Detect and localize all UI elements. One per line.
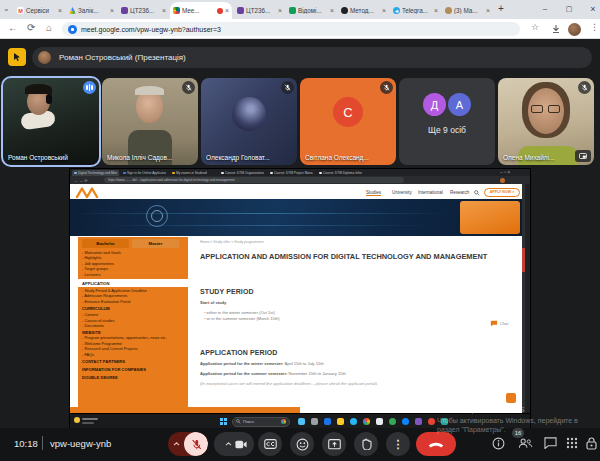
chrome-icon xyxy=(363,418,370,425)
tab-close-icon[interactable]: × xyxy=(225,7,229,14)
task-view-icon xyxy=(298,418,305,425)
site-apply-now-button: APPLY NOW > xyxy=(484,188,520,197)
browser-tab[interactable]: (3) Ма...× xyxy=(442,2,493,19)
recording-indicator-icon xyxy=(217,8,223,14)
gmail-icon: M xyxy=(17,7,24,14)
site-nav-research: Research xyxy=(450,190,469,195)
glasses-icon xyxy=(548,105,560,113)
end-call-button[interactable] xyxy=(416,432,456,456)
shared-webpage: Studies University International Researc… xyxy=(70,184,522,413)
tab-close-icon[interactable]: × xyxy=(58,7,62,14)
whatsapp-icon xyxy=(389,418,396,425)
window-minimize-button[interactable]: – xyxy=(534,0,556,18)
mic-off-button[interactable] xyxy=(184,432,208,456)
browser-tab[interactable]: ◄Telegra...× xyxy=(390,2,441,19)
camera-button-group[interactable] xyxy=(214,432,254,456)
site-breadcrumb: Home > Study offer > Study programmes xyxy=(200,240,264,244)
browser-tab[interactable]: ЦТ236...× xyxy=(118,2,169,19)
taskbar-app-icon xyxy=(415,418,422,425)
site-search-icon xyxy=(474,190,480,196)
mic-off-icon xyxy=(578,81,591,94)
window-maximize-button[interactable]: ▢ xyxy=(558,0,580,18)
hero-orange-panel xyxy=(460,201,520,234)
video-tile-svitlana[interactable]: C Світлана Олександ... xyxy=(300,78,396,165)
pip-button[interactable] xyxy=(575,150,591,162)
browser-tab[interactable]: ЦТ236...× xyxy=(234,2,285,19)
tab-close-icon[interactable]: × xyxy=(382,7,386,14)
taskbar-app-icon xyxy=(428,418,435,425)
present-screen-button[interactable] xyxy=(322,432,346,456)
back-button[interactable]: ← xyxy=(8,22,18,33)
raise-hand-button[interactable] xyxy=(354,432,378,456)
browser-tab-active[interactable]: Мее...× xyxy=(170,2,232,19)
mic-button-group[interactable] xyxy=(168,432,208,456)
reload-button[interactable]: ⟳ xyxy=(27,22,35,33)
clock: 10:18 xyxy=(14,438,38,449)
video-tile-more-people[interactable]: Д А Ще 9 осіб xyxy=(399,78,495,165)
sidebar-tab-bachelor: Bachelor xyxy=(82,239,129,248)
meeting-details-button[interactable] xyxy=(492,437,505,450)
people-button[interactable] xyxy=(518,437,533,449)
tab-close-icon[interactable]: × xyxy=(162,7,166,14)
shared-profile-avatar xyxy=(500,178,505,183)
bookmark-star-icon[interactable]: ☆ xyxy=(531,22,539,32)
address-bar[interactable]: meet.google.com/vpw-uegw-ynb?authuser=3 xyxy=(62,22,520,36)
video-tile-olena[interactable]: Олена Михайлі... xyxy=(498,78,594,165)
video-tile-oleksandr[interactable]: Олександр Головат... xyxy=(201,78,297,165)
glasses-icon xyxy=(531,105,543,113)
shared-scrollbar-thumb xyxy=(522,248,525,272)
presenter-avatar xyxy=(38,51,51,64)
lock-icon xyxy=(586,437,597,450)
video-tile-roman[interactable]: Роман Островський xyxy=(3,78,99,165)
tab-close-icon[interactable]: × xyxy=(434,7,438,14)
annotation-tool-icon[interactable] xyxy=(8,48,26,66)
participant-name: Олександр Головат... xyxy=(206,154,270,161)
sidebar-item-application-active: APPLICATION xyxy=(78,279,188,287)
site-nav-international: International xyxy=(418,190,443,195)
browser-tab[interactable]: MСервіси× xyxy=(14,2,65,19)
url-text: meet.google.com/vpw-uegw-ynb?authuser=3 xyxy=(81,26,221,33)
captions-button[interactable] xyxy=(258,432,282,456)
mic-off-icon xyxy=(281,81,294,94)
new-tab-button[interactable]: + xyxy=(498,3,504,14)
site-nav-studies: Studies xyxy=(366,190,381,196)
telegram-icon xyxy=(350,418,357,425)
taskbar-app-icon xyxy=(311,418,318,425)
chat-button[interactable] xyxy=(544,437,557,449)
study-period-bullet: or in the summer semester (March 15th) xyxy=(204,316,280,321)
apps-grid-icon xyxy=(566,437,578,449)
download-icon[interactable] xyxy=(551,24,561,34)
browser-tab[interactable]: Метод...× xyxy=(338,2,389,19)
meet-app: Роман Островський (Презентація) Роман Ос… xyxy=(0,39,600,461)
search-highlight-icon xyxy=(281,419,286,424)
taskbar-app-icon xyxy=(376,418,383,425)
tab-close-icon[interactable]: × xyxy=(278,7,282,14)
video-tile-mykola[interactable]: Микола Ілліч Садов... xyxy=(102,78,198,165)
browser-tab-bar: ⌄ MСервіси× Залік...× ЦТ236...× Мее...× … xyxy=(0,0,600,19)
participant-hair xyxy=(25,84,52,94)
browser-tab[interactable]: Залік...× xyxy=(66,2,117,19)
activities-button[interactable] xyxy=(566,437,578,449)
tab-search-icon[interactable]: ⌄ xyxy=(3,4,10,13)
end-call-icon xyxy=(427,440,445,448)
shared-address-bar: ← → ⟳ https://www.…….de/…/application-an… xyxy=(70,176,530,184)
reactions-button[interactable] xyxy=(290,432,314,456)
application-period-line: Application period for the winter semest… xyxy=(200,361,324,366)
profile-avatar[interactable] xyxy=(568,23,581,36)
tab-close-icon[interactable]: × xyxy=(330,7,334,14)
host-controls-button[interactable] xyxy=(586,437,597,450)
tab-close-icon[interactable]: × xyxy=(486,7,490,14)
more-people-label: Ще 9 осіб xyxy=(399,125,495,135)
browser-tab[interactable]: Відомі...× xyxy=(286,2,337,19)
sidebar-tab-master: Master xyxy=(132,239,179,248)
more-options-button[interactable]: ⋮ xyxy=(386,432,410,456)
mic-options-chevron[interactable] xyxy=(168,432,184,456)
camera-options-chevron[interactable] xyxy=(221,442,235,446)
participant-name: Світлана Олександ... xyxy=(305,154,369,161)
tab-close-icon[interactable]: × xyxy=(110,7,114,14)
window-close-button[interactable]: × xyxy=(582,0,600,18)
screen-share-video: Digital Technology and Mana... Sign in f… xyxy=(70,169,530,428)
site-sidebar: Bachelor Master Motivation and Goals Hig… xyxy=(78,237,188,407)
browser-menu-icon[interactable]: ⋮ xyxy=(590,22,599,32)
home-button[interactable]: ⌂ xyxy=(46,22,52,33)
